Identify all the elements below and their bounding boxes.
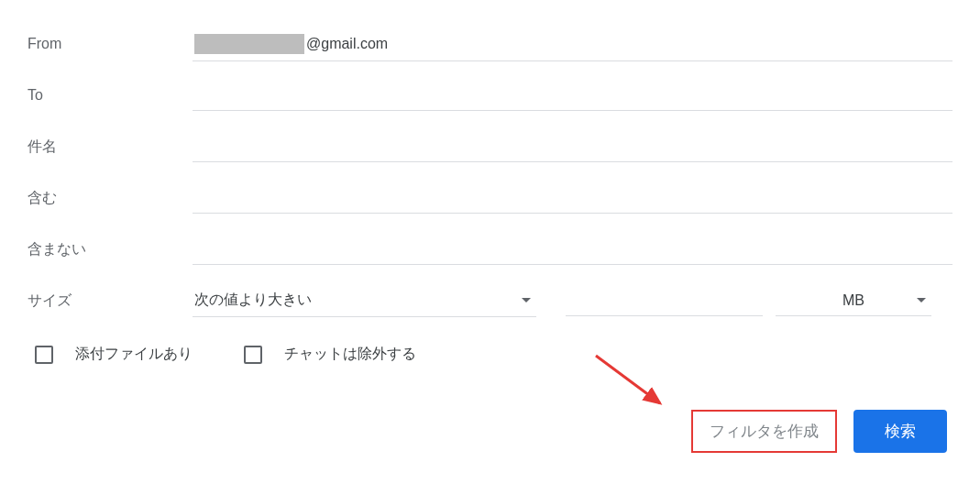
has-attachment-label: 添付ファイルあり: [75, 345, 193, 364]
size-operator-value: 次の値より大きい: [194, 291, 312, 310]
size-value-input[interactable]: [566, 286, 763, 316]
from-label: From: [28, 36, 193, 52]
size-operator-select[interactable]: 次の値より大きい: [193, 284, 536, 317]
to-input[interactable]: [193, 81, 952, 111]
includes-row: 含む: [28, 172, 952, 224]
has-attachment-option[interactable]: 添付ファイルあり: [35, 345, 193, 364]
excludes-input[interactable]: [193, 235, 952, 265]
includes-label: 含む: [28, 189, 193, 208]
size-unit-value: MB: [842, 292, 864, 309]
exclude-chat-label: チャットは除外する: [284, 345, 416, 364]
chevron-down-icon: [917, 298, 926, 302]
button-row: フィルタを作成 検索: [28, 373, 952, 453]
from-input[interactable]: @gmail.com: [193, 28, 952, 61]
excludes-row: 含まない: [28, 224, 952, 275]
create-filter-button[interactable]: フィルタを作成: [691, 410, 837, 453]
to-label: To: [28, 87, 193, 104]
redacted-block: [194, 34, 304, 54]
subject-row: 件名: [28, 121, 952, 172]
checkbox-row: 添付ファイルあり チャットは除外する: [28, 326, 952, 373]
from-suffix-text: @gmail.com: [306, 36, 388, 52]
size-unit-select[interactable]: MB: [776, 286, 931, 316]
exclude-chat-checkbox[interactable]: [244, 346, 262, 364]
chevron-down-icon: [522, 298, 531, 302]
has-attachment-checkbox[interactable]: [35, 346, 53, 364]
subject-input[interactable]: [193, 132, 952, 162]
exclude-chat-option[interactable]: チャットは除外する: [244, 345, 416, 364]
excludes-label: 含まない: [28, 240, 193, 259]
to-row: To: [28, 70, 952, 121]
subject-label: 件名: [28, 138, 193, 157]
size-label: サイズ: [28, 292, 193, 311]
from-row: From @gmail.com: [28, 18, 952, 70]
size-row: サイズ 次の値より大きい MB: [28, 275, 952, 326]
search-button[interactable]: 検索: [853, 410, 947, 453]
includes-input[interactable]: [193, 183, 952, 214]
